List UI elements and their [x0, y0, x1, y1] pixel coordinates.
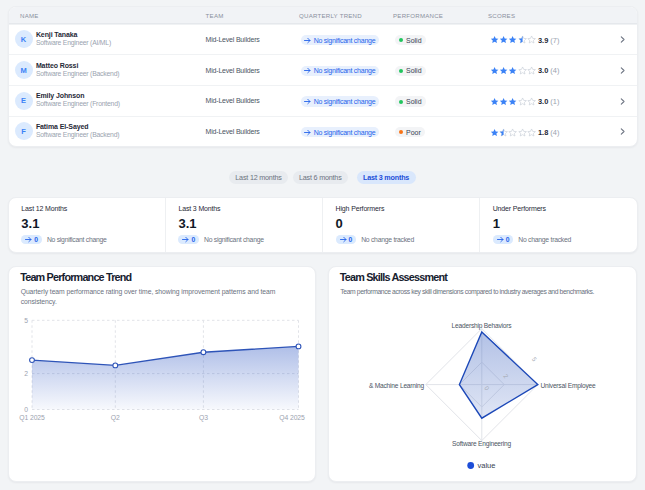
svg-text:Leadership Behaviors: Leadership Behaviors — [452, 322, 513, 330]
svg-text:& Machine Learning: & Machine Learning — [369, 382, 425, 390]
svg-text:5: 5 — [24, 317, 28, 324]
svg-text:2: 2 — [24, 370, 28, 377]
svg-text:Q2: Q2 — [111, 414, 120, 422]
svg-text:Q1 2025: Q1 2025 — [19, 414, 45, 422]
svg-text:0: 0 — [24, 406, 28, 413]
svg-text:value: value — [478, 461, 496, 470]
svg-text:Q3: Q3 — [199, 414, 208, 422]
svg-text:5: 5 — [531, 356, 539, 363]
svg-text:Q4 2025: Q4 2025 — [279, 414, 305, 422]
svg-text:Universal Employee: Universal Employee — [541, 382, 597, 390]
svg-text:Software Engineering: Software Engineering — [452, 440, 512, 448]
